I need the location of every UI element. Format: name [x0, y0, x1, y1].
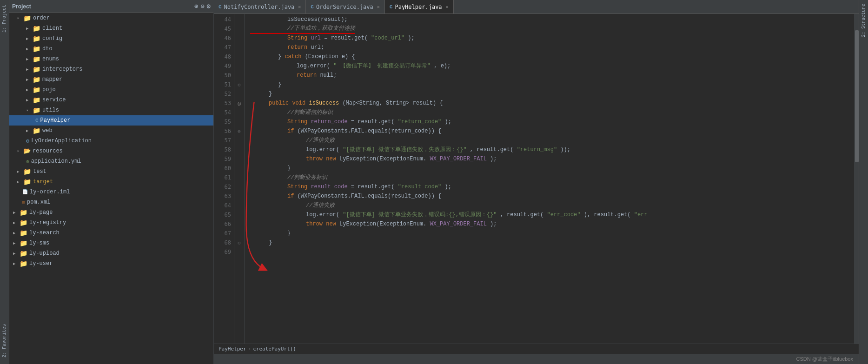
- scrollbar-thumb[interactable]: [855, 30, 859, 162]
- tree-item-pom-xml[interactable]: m pom.xml: [9, 197, 213, 207]
- status-bar: CSDN @蓝盒子itbluebox: [214, 354, 859, 364]
- code-line-46: String url = result.get( "code_url" );: [250, 33, 854, 43]
- tab-icon-NotifyController: C: [219, 4, 222, 10]
- vtab-favorites[interactable]: 2: Favorites: [1, 321, 8, 360]
- tab-close-OrderService[interactable]: ✕: [377, 4, 380, 10]
- code-line-55: String return_code = result.get( "return…: [250, 117, 854, 126]
- tree-item-ly-user[interactable]: ▶ 📁 ly-user: [9, 258, 213, 269]
- breadcrumb-bar: PayHelper › createPayUrl(): [214, 344, 859, 354]
- tree-item-resources[interactable]: ▾ 📂 resources: [9, 146, 213, 156]
- code-line-63: if (WXPayConstants.FAIL.equals(result_co…: [250, 192, 854, 201]
- code-line-69: [250, 247, 854, 257]
- code-line-68: }: [250, 238, 854, 247]
- left-vertical-tabs: 1: Project 2: Favorites: [0, 0, 9, 364]
- code-line-65: log.error( "[微信下单] 微信下单业务失败，错误码:{},错误原因：…: [250, 210, 854, 219]
- right-panel: 2: Structure: [859, 0, 868, 364]
- tree-item-pojo[interactable]: ▶ 📁 pojo: [9, 85, 213, 95]
- code-line-52: }: [250, 89, 854, 99]
- code-line-58: log.error( "[微信下单] 微信下单通信失败，失败原因：{}" , r…: [250, 145, 854, 154]
- code-line-49: log.error( " 【微信下单】 创建预交易订单异常" , e);: [250, 61, 854, 71]
- tab-NotifyController[interactable]: C NotifyController.java ✕: [214, 0, 306, 13]
- tab-label-PayHelper: PayHelper.java: [395, 4, 442, 10]
- tree-item-ly-sms[interactable]: ▶ 📁 ly-sms: [9, 238, 213, 248]
- code-line-59: throw new LyException(ExceptionEnum. WX_…: [250, 154, 854, 164]
- tree-item-ly-upload[interactable]: ▶ 📁 ly-upload: [9, 248, 213, 258]
- tree-item-ly-order-iml[interactable]: 📄 ly-order.iml: [9, 187, 213, 197]
- sidebar: Project ⊕ ⊖ ⚙ ▾ 📁 order ▶ 📁 client ▶ 📁: [9, 0, 214, 364]
- tree-item-application-yml[interactable]: ⚙ application.yml: [9, 156, 213, 166]
- code-gutter: ⊖ @ ⊖ ⊖: [234, 14, 245, 344]
- code-line-54: //判断通信的标识: [250, 108, 854, 117]
- tree-item-target[interactable]: ▶ 📁 target: [9, 177, 213, 187]
- main-panel: C NotifyController.java ✕ C OrderService…: [214, 0, 859, 364]
- tree-item-dto[interactable]: ▶ 📁 dto: [9, 44, 213, 54]
- code-line-53: public void isSuccess (Map<String, Strin…: [250, 99, 854, 108]
- sidebar-btn-3[interactable]: ⚙: [207, 2, 211, 10]
- tree-item-LyOrderApplication[interactable]: ⚙ LyOrderApplication: [9, 136, 213, 146]
- tree-item-ly-registry[interactable]: ▶ 📁 ly-registry: [9, 218, 213, 228]
- tree-item-service[interactable]: ▶ 📁 service: [9, 95, 213, 105]
- code-line-51: }: [250, 80, 854, 89]
- tree-item-utils[interactable]: ▾ 📁 utils: [9, 105, 213, 115]
- tree-item-order[interactable]: ▾ 📁 order: [9, 13, 213, 23]
- code-line-67: }: [250, 229, 854, 238]
- breadcrumb-file: PayHelper: [219, 346, 246, 352]
- code-lines[interactable]: isSuccess(result); //下单成功，获取支付连接 String …: [245, 14, 854, 344]
- code-line-44: isSuccess(result);: [250, 15, 854, 24]
- vtab-structure[interactable]: 2: Structure: [860, 0, 867, 41]
- vtab-project[interactable]: 1: Project: [1, 2, 8, 35]
- sidebar-header: Project ⊕ ⊖ ⚙: [9, 0, 213, 13]
- tree-item-PayHelper[interactable]: C PayHelper: [9, 115, 213, 126]
- tab-label-NotifyController: NotifyController.java: [224, 4, 295, 10]
- breadcrumb-method: createPayUrl(): [253, 346, 296, 352]
- tree-item-web[interactable]: ▶ 📁 web: [9, 126, 213, 136]
- code-line-62: String result_code = result.get( "result…: [250, 182, 854, 192]
- code-line-47: return url;: [250, 43, 854, 52]
- tree-item-client[interactable]: ▶ 📁 client: [9, 23, 213, 33]
- sidebar-btn-2[interactable]: ⊖: [200, 2, 204, 10]
- tree-item-mapper[interactable]: ▶ 📁 mapper: [9, 74, 213, 85]
- code-line-66: throw new LyException(ExceptionEnum. WX_…: [250, 219, 854, 229]
- sidebar-btn-1[interactable]: ⊕: [194, 2, 198, 10]
- code-line-45: //下单成功，获取支付连接: [250, 24, 854, 33]
- code-line-56: if (WXPayConstants.FAIL.equals(return_co…: [250, 126, 854, 136]
- sidebar-title: Project: [12, 3, 192, 10]
- watermark: CSDN @蓝盒子itbluebox: [796, 356, 853, 363]
- code-line-60: }: [250, 164, 854, 173]
- tabs-bar: C NotifyController.java ✕ C OrderService…: [214, 0, 859, 14]
- code-line-48: } catch (Exception e) {: [250, 52, 854, 61]
- tab-close-NotifyController[interactable]: ✕: [298, 4, 301, 10]
- code-line-50: return null;: [250, 71, 854, 80]
- code-line-57: //通信失败: [250, 136, 854, 145]
- tree-item-ly-page[interactable]: ▶ 📁 ly-page: [9, 207, 213, 218]
- tab-PayHelper[interactable]: C PayHelper.java ✕: [385, 0, 454, 13]
- tree-item-config[interactable]: ▶ 📁 config: [9, 33, 213, 44]
- tree-item-enums[interactable]: ▶ 📁 enums: [9, 54, 213, 64]
- sidebar-tree: ▾ 📁 order ▶ 📁 client ▶ 📁 config ▶ 📁 dto: [9, 13, 213, 364]
- tab-label-OrderService: OrderService.java: [316, 4, 373, 10]
- code-line-64: //通信失败: [250, 201, 854, 210]
- code-editor[interactable]: 44 45 46 47 48 49 50 51 52 53 54 55 56 5…: [214, 14, 859, 344]
- tab-OrderService[interactable]: C OrderService.java ✕: [306, 0, 384, 13]
- scrollbar-track[interactable]: [854, 14, 859, 344]
- breadcrumb-sep: ›: [248, 346, 252, 352]
- tree-item-ly-search[interactable]: ▶ 📁 ly-search: [9, 228, 213, 238]
- line-numbers: 44 45 46 47 48 49 50 51 52 53 54 55 56 5…: [214, 14, 234, 344]
- code-line-61: //判断业务标识: [250, 173, 854, 182]
- tab-close-PayHelper[interactable]: ✕: [446, 4, 449, 10]
- tree-item-interceptors[interactable]: ▶ 📁 interceptors: [9, 64, 213, 74]
- tab-icon-PayHelper: C: [390, 4, 393, 10]
- tab-icon-OrderService: C: [311, 4, 314, 10]
- tree-item-test[interactable]: ▶ 📁 test: [9, 166, 213, 177]
